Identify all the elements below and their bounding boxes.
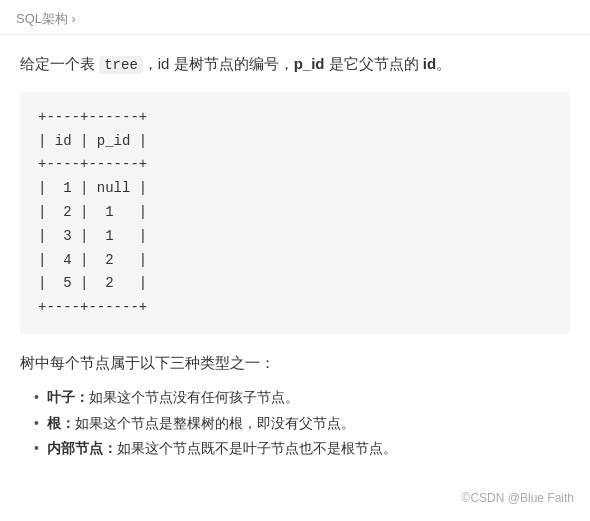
bullet-text-1: 如果这个节点是整棵树的根，即没有父节点。	[75, 411, 355, 436]
intro-text-end: 。	[436, 55, 451, 72]
bullet-item-1: 根：如果这个节点是整棵树的根，即没有父节点。	[30, 411, 570, 436]
intro-paragraph: 给定一个表 tree，id 是树节点的编号，p_id 是它父节点的 id。	[20, 51, 570, 78]
breadcrumb: SQL架构 ›	[0, 0, 590, 35]
bullet-list: 叶子：如果这个节点没有任何孩子节点。根：如果这个节点是整棵树的根，即没有父节点。…	[30, 385, 570, 461]
breadcrumb-text: SQL架构 ›	[16, 11, 76, 26]
bullet-label-2: 内部节点：	[47, 436, 117, 461]
bullet-label-1: 根：	[47, 411, 75, 436]
table-pre: +----+------+ | id | p_id | +----+------…	[38, 106, 552, 320]
bullet-item-2: 内部节点：如果这个节点既不是叶子节点也不是根节点。	[30, 436, 570, 461]
main-content: 给定一个表 tree，id 是树节点的编号，p_id 是它父节点的 id。 +-…	[0, 35, 590, 487]
bullet-text-0: 如果这个节点没有任何孩子节点。	[89, 385, 299, 410]
tree-code: tree	[99, 56, 143, 74]
bullet-text-2: 如果这个节点既不是叶子节点也不是根节点。	[117, 436, 397, 461]
watermark: ©CSDN @Blue Faith	[0, 487, 590, 513]
bullet-item-0: 叶子：如果这个节点没有任何孩子节点。	[30, 385, 570, 410]
intro-text-after: ，id 是树节点的编号，	[143, 55, 294, 72]
table-block: +----+------+ | id | p_id | +----+------…	[20, 92, 570, 334]
id-bold: id	[423, 55, 436, 72]
intro-text-before: 给定一个表	[20, 55, 99, 72]
p_id-bold: p_id	[294, 55, 325, 72]
bullet-label-0: 叶子：	[47, 385, 89, 410]
intro-text-middle: 是它父节点的	[324, 55, 422, 72]
section-title: 树中每个节点属于以下三种类型之一：	[20, 350, 570, 376]
